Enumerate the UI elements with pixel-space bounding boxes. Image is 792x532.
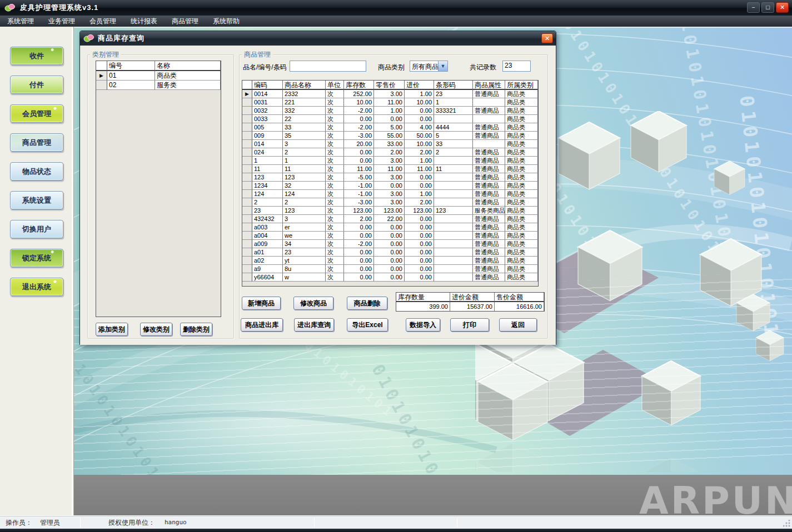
table-row[interactable]: a003er次0.000.000.00普通商品商品类 [242, 223, 538, 232]
sidebar-button-lock-system[interactable]: 锁定系统 [10, 249, 63, 267]
table-cell: 普通商品 [473, 90, 505, 98]
table-row[interactable]: 0143次20.0033.0010.0033商品类 [242, 140, 538, 148]
sidebar-button-item-status[interactable]: 物品状态 [10, 162, 63, 180]
table-row[interactable]: ▶01商品类 [96, 71, 221, 81]
table-row[interactable]: a004we次0.000.000.00普通商品商品类 [242, 232, 538, 240]
license-label: 授权使用单位： [108, 518, 155, 528]
row-indicator [242, 157, 252, 165]
menu-item[interactable]: 业务管理 [41, 16, 82, 27]
row-indicator [242, 248, 252, 257]
grid-header-cell[interactable]: 零售价 [374, 81, 405, 90]
edit-category-button[interactable]: 修改类别 [140, 323, 172, 336]
table-cell: 次 [326, 273, 344, 282]
table-row[interactable]: 11次0.003.001.00普通商品商品类 [242, 157, 538, 165]
table-row[interactable]: a0123次0.000.000.00普通商品商品类 [242, 248, 538, 257]
dialog-close-button[interactable]: ✕ [541, 33, 553, 43]
totals-header-cell: 售价金额 [495, 293, 544, 302]
table-cell: 3 [283, 140, 326, 148]
print-button[interactable]: 打印 [450, 318, 489, 332]
delete-product-button[interactable]: 商品删除 [347, 297, 387, 310]
back-button[interactable]: 返回 [499, 318, 537, 332]
table-row[interactable]: 00533次-2.005.004.004444普通商品商品类 [242, 123, 538, 132]
add-product-button[interactable]: 新增商品 [242, 297, 281, 310]
grid-header-cell[interactable]: 条形码 [434, 81, 473, 90]
table-cell: 0031 [252, 98, 283, 107]
table-row[interactable]: 23123次123.00123.00123.00123服务类商品商品类 [242, 207, 538, 215]
menu-item[interactable]: 统计报表 [123, 16, 165, 27]
table-row[interactable]: ▶00142332次252.003.001.0023普通商品商品类 [242, 90, 538, 98]
sidebar-button-exit-system[interactable]: 退出系统 [10, 278, 63, 296]
grid-header-cell[interactable]: 编码 [252, 81, 283, 90]
table-row[interactable]: a02yt次0.000.000.00普通商品商品类 [242, 257, 538, 265]
grid-header-cell[interactable]: 单位 [326, 81, 344, 90]
table-cell: 商品类 [505, 107, 538, 115]
grid-header-cell[interactable]: 进价 [405, 81, 434, 90]
grid-header-cell[interactable]: 商品属性 [473, 81, 505, 90]
table-cell: 商品类 [505, 215, 538, 223]
export-excel-button[interactable]: 导出Excel [347, 318, 388, 332]
table-cell: 50.00 [405, 132, 434, 140]
table-cell: 0.00 [344, 265, 374, 273]
table-cell: -5.00 [344, 173, 374, 182]
table-row[interactable]: 00935次-3.0055.0050.005普通商品商品类 [242, 132, 538, 140]
category-filter-select[interactable]: 所有商品 ▼ [410, 61, 448, 72]
table-cell: 10.00 [344, 98, 374, 107]
add-category-button[interactable]: 添加类别 [96, 323, 128, 336]
resize-grip-icon[interactable] [783, 520, 791, 528]
record-count-field[interactable]: 23 [502, 61, 531, 72]
sidebar-button-receive[interactable]: 收件 [10, 47, 63, 65]
table-row[interactable]: 124124次-1.003.001.00普通商品商品类 [242, 190, 538, 198]
table-row[interactable]: 0031221次10.0011.0010.001商品类 [242, 98, 538, 107]
search-input[interactable] [290, 61, 366, 72]
table-row[interactable]: 02服务类 [96, 81, 221, 90]
table-cell: 次 [326, 98, 344, 107]
row-indicator [242, 215, 252, 223]
sidebar-button-system-settings[interactable]: 系统设置 [10, 191, 63, 209]
table-cell [434, 198, 473, 207]
row-indicator [242, 132, 252, 140]
table-row[interactable]: 003322次0.000.000.00商品类 [242, 115, 538, 123]
sidebar-button-member-management[interactable]: 会员管理 [10, 104, 63, 123]
table-row[interactable]: 123432次-1.000.000.00普通商品商品类 [242, 182, 538, 190]
row-indicator [242, 190, 252, 198]
grid-header-cell[interactable]: 库存数 [344, 81, 374, 90]
grid-header-cell[interactable]: 所属类别 [505, 81, 538, 90]
import-data-button[interactable]: 数据导入 [406, 318, 440, 332]
row-indicator [242, 223, 252, 232]
sidebar-button-switch-user[interactable]: 切换用户 [10, 220, 63, 238]
delete-category-button[interactable]: 删除类别 [180, 323, 212, 336]
table-row[interactable]: 22次-3.003.002.00普通商品商品类 [242, 198, 538, 207]
table-cell: a02 [252, 257, 283, 265]
totals-value-cell: 16616.00 [495, 302, 544, 312]
table-row[interactable]: 123123次-5.003.000.00普通商品商品类 [242, 173, 538, 182]
table-cell: 次 [326, 265, 344, 273]
product-in-out-button[interactable]: 商品进出库 [241, 318, 283, 332]
dialog-titlebar[interactable]: 商品库存查询 ✕ [80, 31, 556, 46]
window-titlebar: 皮具护理管理系统v3.1 － □ ✕ [0, 0, 792, 16]
table-row[interactable]: a98u次0.000.000.00普通商品商品类 [242, 265, 538, 273]
edit-product-button[interactable]: 修改商品 [293, 297, 333, 310]
minimize-button[interactable]: － [747, 2, 760, 13]
dialog-icon [83, 34, 94, 43]
menu-item[interactable]: 商品管理 [165, 16, 206, 27]
table-row[interactable]: a00934次-2.000.000.00普通商品商品类 [242, 240, 538, 248]
grid-header-cell[interactable]: 商品名称 [283, 81, 326, 90]
table-row[interactable]: 0032332次-2.001.000.00333321普通商品商品类 [242, 107, 538, 115]
table-row[interactable]: y66604w次0.000.000.00普通商品商品类 [242, 273, 538, 282]
menu-item[interactable]: 系统帮助 [206, 16, 247, 27]
menu-item[interactable]: 会员管理 [82, 16, 123, 27]
chevron-down-icon[interactable]: ▼ [438, 61, 447, 71]
license-value: hanguo [165, 519, 187, 526]
table-row[interactable]: 0242次0.002.002.002普通商品商品类 [242, 148, 538, 157]
table-cell [473, 115, 505, 123]
table-row[interactable]: 1111次11.0011.0011.0011普通商品商品类 [242, 165, 538, 173]
maximize-button[interactable]: □ [761, 2, 774, 13]
table-row[interactable]: 4324323次2.0022.000.00普通商品商品类 [242, 215, 538, 223]
app-icon [4, 3, 16, 12]
menu-item[interactable]: 系统管理 [0, 16, 41, 27]
in-out-query-button[interactable]: 进出库查询 [294, 318, 334, 332]
sidebar-button-deliver[interactable]: 付件 [10, 76, 63, 94]
sidebar-button-product-management[interactable]: 商品管理 [10, 133, 63, 152]
close-button[interactable]: ✕ [776, 2, 789, 13]
table-cell [434, 173, 473, 182]
